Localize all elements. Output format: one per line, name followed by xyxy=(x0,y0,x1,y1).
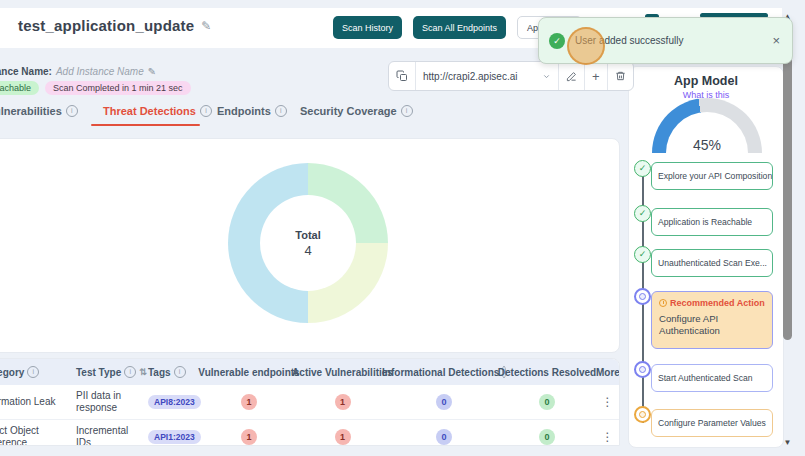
page-title: test_application_update xyxy=(18,17,194,34)
tab-endpoints[interactable]: Endpointsi xyxy=(217,105,287,117)
active-vulnerabilities-count[interactable]: 1 xyxy=(335,429,351,445)
cell-test-type: PII data in response xyxy=(76,390,148,414)
col-more: More xyxy=(596,367,619,378)
detections-resolved-count[interactable]: 0 xyxy=(539,429,555,445)
scan-history-button[interactable]: Scan History xyxy=(333,16,402,39)
close-icon[interactable]: × xyxy=(772,33,780,48)
col-label: Detections Resolved xyxy=(498,367,596,378)
sort-icon[interactable]: ⇅ xyxy=(139,367,147,377)
col-label: Category xyxy=(0,367,24,378)
informational-detections-count[interactable]: 0 xyxy=(436,394,452,410)
pencil-icon xyxy=(566,71,577,82)
step-pending-icon xyxy=(634,288,651,305)
table-row[interactable]: Direct Object Reference Incremental IDs … xyxy=(0,420,619,446)
donut-center: Total 4 xyxy=(260,195,356,291)
col-category[interactable]: Categoryi xyxy=(0,366,76,378)
step-label: Application is Reachable xyxy=(658,217,752,227)
detections-resolved-count[interactable]: 0 xyxy=(539,394,555,410)
tab-vulnerabilities[interactable]: Vulnerabilitiesi xyxy=(0,105,78,117)
info-icon[interactable]: i xyxy=(66,105,78,117)
col-label: More xyxy=(596,367,620,378)
info-icon[interactable]: i xyxy=(275,105,287,117)
page-scrollbar[interactable]: ▲ ▼ xyxy=(781,12,794,448)
app-screen: test_application_update ✎ Scan History S… xyxy=(0,0,805,456)
donut-total-label: Total xyxy=(295,229,320,241)
plus-icon: + xyxy=(592,70,600,83)
cell-category: Direct Object Reference xyxy=(0,425,76,446)
scrollbar-thumb[interactable] xyxy=(783,24,792,340)
donut-chart[interactable]: Total 4 xyxy=(228,163,388,323)
active-tab-underline xyxy=(91,124,200,126)
step-label: Configure API Authentication xyxy=(659,313,739,337)
click-highlight xyxy=(567,27,605,65)
step-pending-icon xyxy=(634,361,651,378)
table-row[interactable]: Information Leak PII data in response AP… xyxy=(0,385,619,420)
row-more-menu-icon[interactable]: ⋮ xyxy=(596,430,619,444)
step-unauthenticated-scan[interactable]: Unauthenticated Scan Exe... xyxy=(651,249,773,277)
step-label: Start Authenticated Scan xyxy=(658,373,753,383)
app-model-panel: App Model What is this 45% ✓ Explore you… xyxy=(628,66,784,448)
step-pending-orange-icon xyxy=(634,406,651,423)
edit-title-icon[interactable]: ✎ xyxy=(201,19,211,33)
tab-threat-detections[interactable]: Threat Detectionsi xyxy=(103,105,212,117)
step-label: Configure Parameter Values xyxy=(658,418,766,428)
tab-label: Threat Detections xyxy=(103,105,196,117)
tag-badge[interactable]: API8:2023 xyxy=(148,395,201,409)
info-icon[interactable]: i xyxy=(174,366,186,378)
delete-url-button[interactable] xyxy=(608,62,633,90)
tab-security-coverage[interactable]: Security Coveragei xyxy=(300,105,413,117)
trash-icon xyxy=(615,70,626,82)
step-configure-parameter-values[interactable]: Configure Parameter Values xyxy=(651,409,773,437)
info-icon[interactable]: i xyxy=(27,366,39,378)
add-url-button[interactable]: + xyxy=(585,62,608,90)
active-vulnerabilities-count[interactable]: 1 xyxy=(335,394,351,410)
step-application-reachable[interactable]: Application is Reachable xyxy=(651,208,773,236)
cell-test-type: Incremental IDs xyxy=(76,425,148,446)
donut-total-value: 4 xyxy=(304,243,311,258)
vulnerable-endpoints-count[interactable]: 1 xyxy=(241,429,257,445)
tab-label: Vulnerabilities xyxy=(0,105,62,117)
edit-url-button[interactable] xyxy=(559,62,585,90)
col-vulnerable-endpoints[interactable]: Vulnerable endpoints xyxy=(203,367,295,378)
tab-bar: Vulnerabilitiesi Threat Detectionsi Endp… xyxy=(0,102,620,128)
scan-all-endpoints-button[interactable]: Scan All Endpoints xyxy=(413,16,506,39)
step-explore-api-composition[interactable]: Explore your API Composition xyxy=(651,162,773,190)
step-done-icon: ✓ xyxy=(634,205,651,222)
clock-icon xyxy=(659,299,667,307)
app-model-title: App Model xyxy=(629,74,783,88)
step-label: Explore your API Composition xyxy=(658,171,772,181)
success-check-icon: ✓ xyxy=(549,33,565,49)
info-icon[interactable]: i xyxy=(124,366,136,378)
info-icon[interactable]: i xyxy=(401,105,413,117)
vulnerable-endpoints-count[interactable]: 1 xyxy=(241,394,257,410)
col-label: Tags xyxy=(148,367,171,378)
reachable-badge: Reachable xyxy=(0,81,39,95)
col-test-type[interactable]: Test Typei⇅ xyxy=(76,366,148,378)
scan-completed-badge: Scan Completed in 1 min 21 sec xyxy=(45,81,191,95)
copy-url-button[interactable] xyxy=(389,62,416,90)
row-more-menu-icon[interactable]: ⋮ xyxy=(596,395,619,409)
col-label: Informational Detections xyxy=(382,367,499,378)
step-done-icon: ✓ xyxy=(634,246,651,263)
api-url-select[interactable]: http://crapi2.apisec.ai xyxy=(416,62,559,90)
info-icon[interactable]: i xyxy=(200,105,212,117)
step-label: Unauthenticated Scan Exe... xyxy=(658,258,767,268)
tab-label: Security Coverage xyxy=(300,105,397,117)
instance-name-placeholder[interactable]: Add Instance Name xyxy=(56,66,144,77)
col-detections-resolved[interactable]: Detections Resolved xyxy=(498,367,596,378)
informational-detections-count[interactable]: 0 xyxy=(436,429,452,445)
recommended-action-label: Recommended Action xyxy=(670,298,765,308)
scroll-down-icon[interactable]: ▼ xyxy=(781,438,794,448)
tab-label: Endpoints xyxy=(217,105,271,117)
col-informational-detections[interactable]: Informational Detectionsi xyxy=(390,366,498,378)
step-done-icon: ✓ xyxy=(634,160,651,177)
col-tags[interactable]: Tagsi xyxy=(148,366,203,378)
step-start-authenticated-scan[interactable]: Start Authenticated Scan xyxy=(651,364,773,392)
tag-badge[interactable]: API1:2023 xyxy=(148,430,201,444)
col-active-vulnerabilities[interactable]: Active Vulnerabilities xyxy=(295,367,390,378)
instance-name-row: Instance Name: Add Instance Name ✎ xyxy=(0,66,156,77)
edit-instance-icon[interactable]: ✎ xyxy=(148,66,156,77)
step-configure-api-authentication[interactable]: Recommended Action Configure API Authent… xyxy=(651,291,773,349)
col-label: Vulnerable endpoints xyxy=(198,367,299,378)
api-url-value: http://crapi2.apisec.ai xyxy=(423,71,518,82)
